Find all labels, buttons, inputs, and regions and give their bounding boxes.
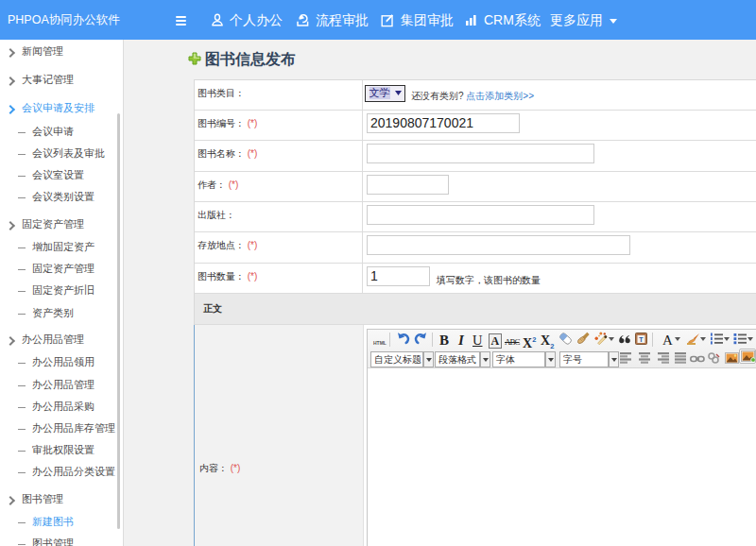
- svg-text:T: T: [639, 336, 644, 343]
